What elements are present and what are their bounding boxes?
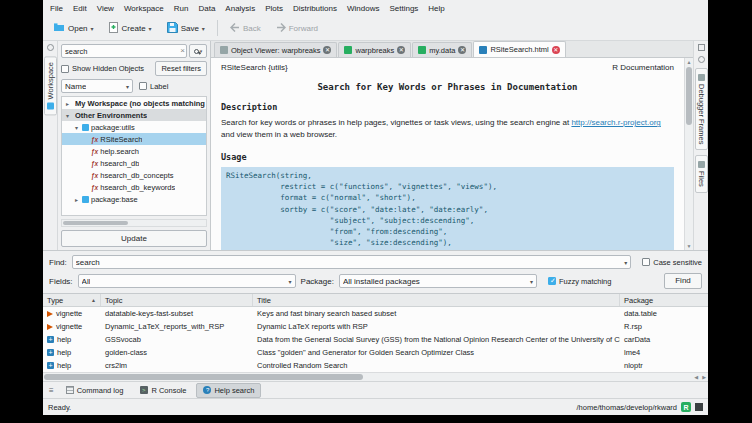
checkbox-checked-icon bbox=[548, 277, 556, 285]
right-dock-tab[interactable]: Files bbox=[695, 155, 708, 193]
menu-item[interactable]: Analysis bbox=[220, 2, 260, 15]
table-row[interactable]: vignette datatable-keys-fast-subset Keys… bbox=[43, 307, 708, 320]
save-button[interactable]: Save ▾ bbox=[161, 19, 211, 38]
bottom-tab[interactable]: R Console bbox=[133, 383, 193, 398]
tree-item[interactable]: ƒx hsearch_db_keywords bbox=[62, 181, 206, 193]
chevron-icon[interactable]: ▸ bbox=[73, 196, 80, 203]
menu-item[interactable]: Distributions bbox=[288, 2, 342, 15]
scrollbar-thumb[interactable] bbox=[686, 67, 692, 125]
find-input[interactable]: search ▾ bbox=[72, 255, 631, 269]
column-header-topic[interactable]: Topic bbox=[101, 294, 253, 306]
tree-item[interactable]: ƒx RSiteSearch bbox=[62, 133, 206, 145]
rkward-window: FileEditViewWorkspaceRunDataAnalysisPlot… bbox=[43, 0, 708, 415]
update-button[interactable]: Update bbox=[61, 230, 207, 247]
result-topic: Dynamic_LaTeX_reports_with_RSP bbox=[101, 322, 253, 331]
menu-item[interactable]: File bbox=[45, 2, 68, 15]
find-panel: Find: search ▾ Case sensitive Fields: Al… bbox=[43, 250, 708, 293]
column-header-title[interactable]: Title bbox=[253, 294, 620, 306]
detach-icon[interactable] bbox=[698, 44, 705, 51]
chevron-down-icon: ▾ bbox=[289, 278, 292, 285]
tab-close-icon[interactable]: ✕ bbox=[323, 46, 331, 54]
tree-item[interactable]: ▾ Other Environments bbox=[62, 109, 206, 121]
menu-item[interactable]: Data bbox=[193, 2, 220, 15]
search-site-link[interactable]: http://search.r-project.org bbox=[571, 118, 660, 127]
label-checkbox[interactable]: Label bbox=[139, 82, 168, 91]
open-button[interactable]: Open ▾ bbox=[47, 19, 100, 37]
scroll-left-icon[interactable]: ◀ bbox=[692, 374, 700, 380]
tree-item[interactable]: ƒx hsearch_db bbox=[62, 157, 206, 169]
pin-icon[interactable] bbox=[47, 44, 54, 51]
menu-item[interactable]: Help bbox=[423, 2, 449, 15]
menu-item[interactable]: Settings bbox=[384, 2, 423, 15]
tree-item[interactable]: ▾ package:utils bbox=[62, 121, 206, 133]
table-row[interactable]: help GSSvocab Data from the General Soci… bbox=[43, 333, 708, 346]
chevron-icon[interactable]: ▾ bbox=[64, 112, 71, 119]
menu-item[interactable]: Plots bbox=[260, 2, 288, 15]
scroll-right-icon[interactable]: ▶ bbox=[700, 374, 708, 380]
bottom-tab[interactable]: Help search bbox=[196, 383, 261, 398]
tree-item-label: hsearch_db_keywords bbox=[100, 183, 175, 192]
menu-item[interactable]: Run bbox=[169, 2, 194, 15]
menu-item[interactable]: Edit bbox=[68, 2, 92, 15]
find-button[interactable]: Find bbox=[664, 273, 702, 289]
tree-item[interactable]: ▸ package:base bbox=[62, 193, 206, 205]
forward-button[interactable]: Forward bbox=[270, 20, 324, 37]
document-tab[interactable]: warpbreaks ✕ bbox=[338, 42, 411, 57]
clear-search-icon[interactable]: × bbox=[180, 45, 185, 57]
scroll-down-icon[interactable]: ▼ bbox=[687, 242, 692, 250]
tree-item[interactable]: ƒx hsearch_db_concepts bbox=[62, 169, 206, 181]
fields-select[interactable]: All ▾ bbox=[78, 274, 296, 288]
toolbar-separator bbox=[217, 20, 218, 36]
reset-filters-button[interactable]: Reset filters bbox=[155, 61, 207, 76]
pin-icon[interactable] bbox=[698, 56, 705, 63]
scrollbar-thumb[interactable] bbox=[44, 374, 363, 380]
resize-grip[interactable] bbox=[695, 403, 703, 411]
scroll-up-icon[interactable]: ▲ bbox=[687, 58, 692, 66]
chevron-icon[interactable]: ▾ bbox=[73, 124, 80, 131]
column-header-type[interactable]: Type▲ bbox=[43, 294, 101, 306]
forward-arrow-icon bbox=[276, 23, 286, 34]
document-tab[interactable]: my.data ✕ bbox=[412, 42, 472, 57]
case-sensitive-checkbox[interactable]: Case sensitive bbox=[642, 258, 702, 267]
menu-item[interactable]: Windows bbox=[342, 2, 384, 15]
document-tab-label: RSiteSearch.html bbox=[490, 45, 548, 54]
r-status-badge[interactable]: R bbox=[681, 402, 691, 412]
table-row[interactable]: help crs2lm Controlled Random Search nlo… bbox=[43, 359, 708, 372]
object-search-input[interactable] bbox=[61, 44, 187, 58]
search-options-button[interactable]: ▾ bbox=[189, 44, 207, 58]
package-select[interactable]: All installed packages ▾ bbox=[339, 274, 537, 288]
workspace-dock-tab[interactable]: Workspace bbox=[44, 56, 57, 115]
content-vertical-scrollbar[interactable]: ▲ ▼ bbox=[684, 58, 693, 250]
results-horizontal-scrollbar[interactable]: ◀ ▶ bbox=[43, 372, 708, 381]
sort-by-select[interactable]: Name ▾ bbox=[61, 79, 133, 93]
dock-menu-icon[interactable]: ≡ bbox=[47, 386, 56, 395]
scrollbar-thumb[interactable] bbox=[63, 221, 128, 225]
document-tab[interactable]: Object Viewer: warpbreaks ✕ bbox=[214, 42, 337, 57]
table-row[interactable]: vignette Dynamic_LaTeX_reports_with_RSP … bbox=[43, 320, 708, 333]
tab-close-icon[interactable]: ✕ bbox=[458, 46, 466, 54]
workspace-tree[interactable]: ▸ My Workspace (no objects matching filt… bbox=[61, 96, 207, 216]
right-dock-tab[interactable]: Debugger Frames bbox=[695, 68, 708, 150]
tab-close-icon[interactable]: ✕ bbox=[397, 46, 405, 54]
sort-by-value: Name bbox=[65, 82, 86, 91]
back-button[interactable]: Back bbox=[224, 20, 267, 37]
workspace-horizontal-scrollbar[interactable] bbox=[61, 219, 207, 227]
table-row[interactable]: help golden-class Class "golden" and Gen… bbox=[43, 346, 708, 359]
bottom-tab[interactable]: Command log bbox=[59, 383, 131, 398]
create-button[interactable]: Create ▾ bbox=[103, 19, 158, 38]
tab-close-icon[interactable]: ✕ bbox=[552, 46, 560, 54]
column-header-package[interactable]: Package bbox=[620, 294, 708, 306]
chevron-down-icon: ▾ bbox=[126, 83, 129, 90]
tree-item[interactable]: ƒx help.search bbox=[62, 145, 206, 157]
document-tab[interactable]: RSiteSearch.html ✕ bbox=[473, 41, 565, 57]
fuzzy-matching-checkbox[interactable]: Fuzzy matching bbox=[548, 277, 612, 286]
object-search-field[interactable]: × bbox=[61, 44, 187, 58]
result-title: Dynamic LaTeX reports with RSP bbox=[253, 322, 620, 331]
bottom-tab-icon bbox=[140, 386, 148, 394]
show-hidden-checkbox[interactable]: Show Hidden Objects bbox=[61, 64, 144, 73]
tree-item[interactable]: ▸ My Workspace (no objects matching filt… bbox=[62, 97, 206, 109]
menu-item[interactable]: Workspace bbox=[119, 2, 169, 15]
label-checkbox-label: Label bbox=[150, 82, 168, 91]
chevron-icon[interactable]: ▸ bbox=[64, 100, 71, 107]
menu-item[interactable]: View bbox=[92, 2, 119, 15]
